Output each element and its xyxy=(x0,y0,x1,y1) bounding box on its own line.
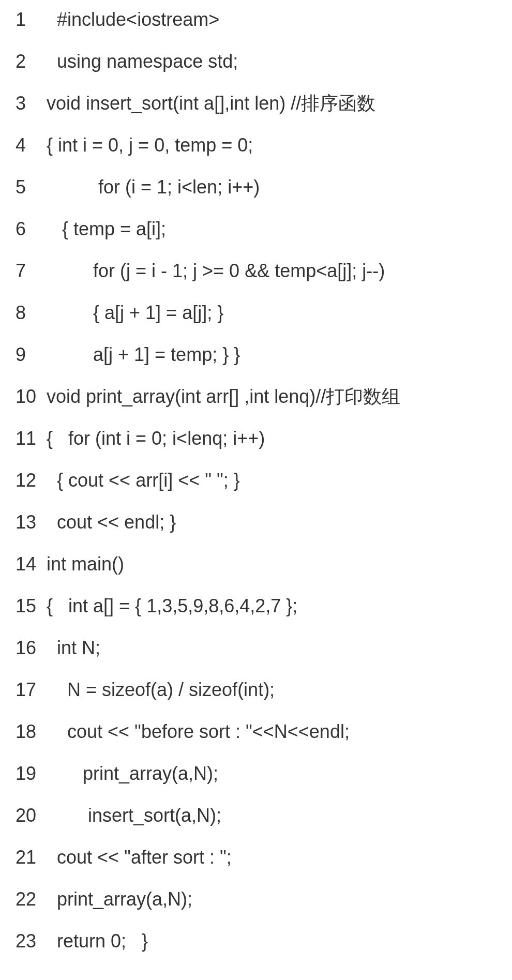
line-number: 16 xyxy=(16,639,41,657)
code-line: 17 N = sizeof(a) / sizeof(int); xyxy=(16,681,496,699)
code-line: 4 { int i = 0, j = 0, temp = 0; xyxy=(16,136,496,155)
line-content: for (i = 1; i<len; i++) xyxy=(41,178,260,197)
line-content: cout << "after sort : "; xyxy=(41,848,232,867)
code-line: 12 { cout << arr[i] << " "; } xyxy=(16,471,496,490)
line-content: insert_sort(a,N); xyxy=(41,806,221,825)
line-content: void insert_sort(int a[],int len) //排序函数 xyxy=(41,94,375,113)
line-number: 4 xyxy=(16,136,41,155)
code-line: 5 for (i = 1; i<len; i++) xyxy=(16,178,496,197)
line-content: int main() xyxy=(41,555,124,574)
line-content: { for (int i = 0; i<lenq; i++) xyxy=(41,429,265,448)
line-number: 14 xyxy=(16,555,41,574)
code-line: 3 void insert_sort(int a[],int len) //排序… xyxy=(16,94,496,113)
line-content: for (j = i - 1; j >= 0 && temp<a[j]; j--… xyxy=(41,262,385,280)
line-number: 15 xyxy=(16,597,41,615)
code-line: 14 int main() xyxy=(16,555,496,574)
line-content: cout << endl; } xyxy=(41,513,176,532)
line-number: 12 xyxy=(16,471,41,490)
line-number: 13 xyxy=(16,513,41,532)
code-line: 18 cout << "before sort : "<<N<<endl; xyxy=(16,722,496,741)
code-line: 19 print_array(a,N); xyxy=(16,764,496,783)
code-line: 22 print_array(a,N); xyxy=(16,890,496,909)
line-number: 8 xyxy=(16,304,41,322)
line-number: 18 xyxy=(16,722,41,741)
line-number: 21 xyxy=(16,848,41,867)
line-content: { int a[] = { 1,3,5,9,8,6,4,2,7 }; xyxy=(41,597,297,615)
line-number: 7 xyxy=(16,262,41,280)
line-number: 6 xyxy=(16,220,41,238)
line-number: 10 xyxy=(16,387,41,406)
line-content: return 0; } xyxy=(41,932,148,951)
line-number: 20 xyxy=(16,806,41,825)
code-line: 2 using namespace std; xyxy=(16,52,496,71)
line-content: void print_array(int arr[] ,int lenq)//打… xyxy=(41,387,400,406)
line-number: 2 xyxy=(16,52,41,71)
code-line: 11 { for (int i = 0; i<lenq; i++) xyxy=(16,429,496,448)
line-number: 1 xyxy=(16,10,41,29)
code-line: 23 return 0; } xyxy=(16,932,496,951)
line-content: { a[j + 1] = a[j]; } xyxy=(41,304,223,322)
line-content: N = sizeof(a) / sizeof(int); xyxy=(41,681,275,699)
line-content: { cout << arr[i] << " "; } xyxy=(41,471,240,490)
code-line: 13 cout << endl; } xyxy=(16,513,496,532)
line-number: 5 xyxy=(16,178,41,197)
code-line: 1 #include<iostream> xyxy=(16,10,496,29)
line-number: 19 xyxy=(16,764,41,783)
line-number: 22 xyxy=(16,890,41,909)
line-number: 9 xyxy=(16,345,41,364)
line-content: cout << "before sort : "<<N<<endl; xyxy=(41,722,350,741)
code-line: 9 a[j + 1] = temp; } } xyxy=(16,345,496,364)
line-number: 3 xyxy=(16,94,41,113)
line-content: a[j + 1] = temp; } } xyxy=(41,345,240,364)
line-content: using namespace std; xyxy=(41,52,238,71)
line-number: 11 xyxy=(16,429,41,448)
code-line: 10 void print_array(int arr[] ,int lenq)… xyxy=(16,387,496,406)
line-content: { temp = a[i]; xyxy=(41,220,166,238)
code-line: 8 { a[j + 1] = a[j]; } xyxy=(16,304,496,322)
code-line: 7 for (j = i - 1; j >= 0 && temp<a[j]; j… xyxy=(16,262,496,280)
line-content: #include<iostream> xyxy=(41,10,219,29)
line-content: print_array(a,N); xyxy=(41,764,218,783)
code-line: 20 insert_sort(a,N); xyxy=(16,806,496,825)
code-line: 6 { temp = a[i]; xyxy=(16,220,496,238)
line-content: int N; xyxy=(41,639,100,657)
line-number: 17 xyxy=(16,681,41,699)
code-listing: 1 #include<iostream>2 using namespace st… xyxy=(16,10,496,951)
line-content: print_array(a,N); xyxy=(41,890,192,909)
line-number: 23 xyxy=(16,932,41,951)
line-content: { int i = 0, j = 0, temp = 0; xyxy=(41,136,253,155)
code-line: 21 cout << "after sort : "; xyxy=(16,848,496,867)
code-line: 16 int N; xyxy=(16,639,496,657)
code-line: 15 { int a[] = { 1,3,5,9,8,6,4,2,7 }; xyxy=(16,597,496,615)
